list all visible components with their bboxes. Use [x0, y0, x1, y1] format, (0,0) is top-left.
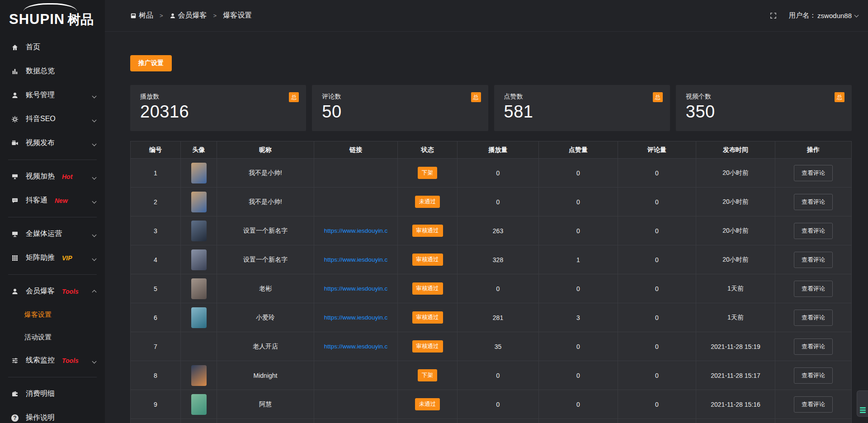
- sidebar-subitem-baoke-settings[interactable]: 爆客设置: [0, 303, 105, 326]
- cell-plays: 328: [458, 245, 539, 274]
- videos-table: 编号头像昵称链接状态播放量点赞量评论量发布时间操作1我不是小帅!下架00020小…: [130, 141, 852, 423]
- chevron-down-icon: [854, 13, 859, 17]
- view-comments-button[interactable]: 查看评论: [794, 396, 833, 413]
- status-badge: 审核通过: [412, 340, 443, 352]
- view-comments-button[interactable]: 查看评论: [794, 252, 833, 268]
- sidebar-item-label: 视频加热: [26, 172, 55, 181]
- view-comments-button[interactable]: 查看评论: [794, 194, 833, 210]
- table-header-cell: 发布时间: [696, 141, 775, 158]
- cell-nickname: 设置一个新名字: [217, 245, 314, 274]
- cell-id: [131, 419, 181, 423]
- wallet-icon: [11, 390, 19, 398]
- person-icon: [170, 13, 176, 19]
- cell-status: [398, 419, 458, 423]
- cell-likes: [539, 419, 618, 423]
- cell-status: 审核通过: [398, 303, 458, 332]
- chevron-down-icon: [93, 197, 96, 205]
- video-link[interactable]: https://www.iesdouyin.c: [324, 227, 387, 234]
- cell-plays: [458, 419, 539, 423]
- cell-plays: 0: [458, 159, 539, 187]
- cell-time: [696, 419, 775, 423]
- table-row: 8Midnight下架0002021-11-28 15:17查看评论: [131, 361, 851, 390]
- sliders-icon: [11, 357, 19, 365]
- stat-value: 350: [686, 102, 842, 122]
- cell-plays: 0: [458, 390, 539, 418]
- video-link[interactable]: https://www.iesdouyin.c: [324, 314, 387, 321]
- sidebar-item-consumption-detail[interactable]: 消费明细: [0, 382, 105, 406]
- sidebar-item-operation-guide[interactable]: ?操作说明: [0, 406, 105, 423]
- view-comments-button[interactable]: 查看评论: [794, 165, 833, 181]
- cell-status: 审核通过: [398, 245, 458, 274]
- cell-time: 2021-11-28 15:19: [696, 332, 775, 361]
- cell-likes: 0: [539, 274, 618, 303]
- cell-nickname: 阿慧: [217, 390, 314, 418]
- avatar: [191, 307, 207, 328]
- sidebar-item-home[interactable]: 首页: [0, 35, 105, 59]
- avatar: [191, 278, 207, 299]
- stat-value: 581: [504, 102, 660, 122]
- table-header-cell: 点赞量: [539, 141, 618, 158]
- chevron-down-icon: [93, 357, 96, 365]
- status-badge: 未通过: [415, 398, 440, 410]
- cell-action: 查看评论: [775, 188, 851, 216]
- cell-nickname: 老人开店: [217, 332, 314, 361]
- cell-avatar: [181, 390, 217, 418]
- video-link[interactable]: https://www.iesdouyin.c: [324, 343, 387, 350]
- cell-comments: 0: [618, 159, 696, 187]
- status-badge: 审核通过: [412, 225, 443, 237]
- user-menu[interactable]: 用户名：zswodun88: [789, 11, 858, 20]
- sidebar-subitem-activity-settings[interactable]: 活动设置: [0, 326, 105, 348]
- video-link[interactable]: https://www.iesdouyin.c: [324, 285, 387, 292]
- cell-link: [314, 159, 398, 187]
- view-comments-button[interactable]: 查看评论: [794, 310, 833, 326]
- sidebar-item-account-management[interactable]: 账号管理: [0, 83, 105, 107]
- fullscreen-icon[interactable]: [769, 12, 777, 19]
- view-comments-button[interactable]: 查看评论: [794, 338, 833, 355]
- view-comments-button[interactable]: 查看评论: [794, 367, 833, 384]
- cell-status: 未通过: [398, 188, 458, 216]
- status-badge: 下架: [418, 369, 437, 381]
- sidebar-item-video-publish[interactable]: 视频发布: [0, 131, 105, 155]
- username-value: zswodun88: [817, 12, 852, 19]
- sidebar-item-member-baoke[interactable]: 会员爆客Tools: [0, 279, 105, 303]
- table-header-cell: 评论量: [618, 141, 696, 158]
- cell-action: 查看评论: [775, 390, 851, 418]
- cell-avatar: [181, 419, 217, 423]
- sidebar-item-data-overview[interactable]: 数据总览: [0, 59, 105, 83]
- cell-likes: 0: [539, 159, 618, 187]
- breadcrumb-item-member[interactable]: 会员爆客: [170, 11, 207, 20]
- sidebar-item-media-operation[interactable]: 全媒体运营: [0, 222, 105, 246]
- cell-comments: 0: [618, 390, 696, 418]
- logo-text-en: SHUPIN: [9, 11, 65, 27]
- stat-label: 评论数: [322, 93, 478, 101]
- sidebar-item-label: 会员爆客: [26, 287, 55, 296]
- avatar: [191, 365, 207, 386]
- sidebar-item-douyin-seo[interactable]: 抖音SEO: [0, 107, 105, 131]
- total-badge: 总: [653, 92, 663, 102]
- sidebar-item-video-heating[interactable]: 视频加热Hot: [0, 164, 105, 188]
- sidebar-item-doukettong[interactable]: 抖客通New: [0, 188, 105, 212]
- video-link[interactable]: https://www.iesdouyin.c: [324, 256, 387, 263]
- sidebar-item-matrix-boost[interactable]: 矩阵助推VIP: [0, 246, 105, 270]
- breadcrumb-item-home[interactable]: 树品: [130, 11, 153, 20]
- cell-avatar: [181, 274, 217, 303]
- gear-icon: [11, 115, 19, 123]
- menu-divider: [8, 160, 97, 160]
- cell-link: [314, 419, 398, 423]
- sidebar-item-clue-monitor[interactable]: 线索监控Tools: [0, 348, 105, 372]
- view-comments-button[interactable]: 查看评论: [794, 281, 833, 297]
- dashboard-icon: [130, 13, 137, 19]
- floating-widget[interactable]: [857, 390, 868, 417]
- promotion-settings-button[interactable]: 推广设置: [130, 55, 172, 71]
- sidebar: SHUPIN树品 首页数据总览账号管理抖音SEO视频发布视频加热Hot抖客通Ne…: [0, 0, 105, 423]
- cell-status: 下架: [398, 159, 458, 187]
- cell-likes: 0: [539, 390, 618, 418]
- table-header-cell: 昵称: [217, 141, 314, 158]
- cell-id: 5: [131, 274, 181, 303]
- cell-time: 1天前: [696, 303, 775, 332]
- breadcrumb-label: 会员爆客: [178, 11, 207, 20]
- view-comments-button[interactable]: 查看评论: [794, 223, 833, 239]
- status-badge: 审核通过: [412, 254, 443, 266]
- home-icon: [11, 43, 19, 52]
- menu-divider: [8, 274, 97, 275]
